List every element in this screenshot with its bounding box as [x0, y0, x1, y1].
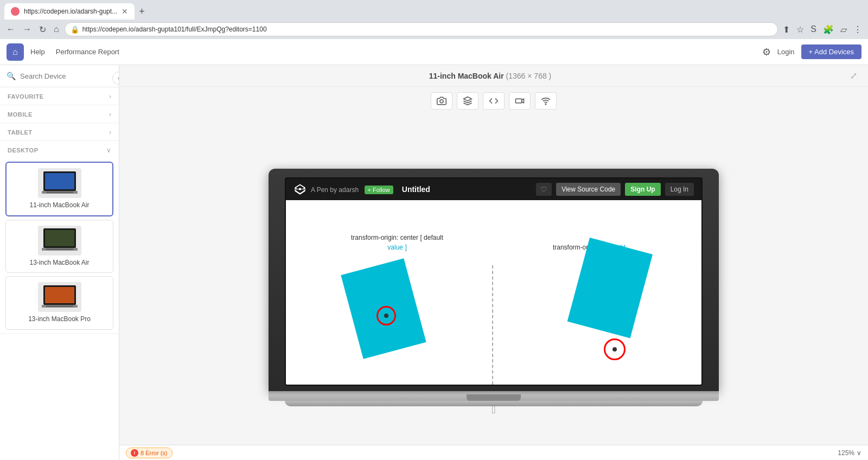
lock-icon: 🔒	[71, 25, 79, 34]
address-bar[interactable]: 🔒 https://codepen.io/adarsh-gupta101/ful…	[65, 22, 778, 36]
inner-header-right: ♡ View Source Code Sign Up Log In	[536, 183, 694, 196]
sidebar-section-tablet: TABLET ›	[0, 123, 119, 141]
inner-login-button[interactable]: Log In	[665, 183, 694, 196]
svg-rect-1	[45, 173, 74, 189]
svg-rect-9	[45, 287, 74, 303]
desktop-section-header[interactable]: DESKTOP ∨	[0, 141, 119, 158]
laptop-wrapper: A Pen by adarsh + Follow Untitled ♡ View…	[119, 115, 868, 460]
view-source-button[interactable]: View Source Code	[556, 183, 621, 196]
inner-title: Untitled	[402, 185, 430, 194]
refresh-button[interactable]: ↻	[37, 22, 48, 37]
demo-label-left: transform-origin: center [ default value…	[351, 233, 443, 252]
extension-icon[interactable]: 🧩	[821, 23, 835, 36]
laptop-screen-inner: A Pen by adarsh + Follow Untitled ♡ View…	[285, 177, 703, 386]
laptop-screen-bezel: A Pen by adarsh + Follow Untitled ♡ View…	[269, 169, 719, 391]
window-icon[interactable]: ▱	[839, 23, 848, 36]
performance-report-nav-item[interactable]: Performance Report	[56, 46, 119, 58]
svg-rect-13	[516, 99, 522, 103]
tablet-section-title: TABLET	[8, 129, 33, 136]
heart-button[interactable]: ♡	[536, 183, 552, 196]
device-thumbnail-13-pro	[38, 282, 81, 312]
sidebar-section-desktop: DESKTOP ∨ 11-inch MacBook Air	[0, 141, 119, 334]
follow-button[interactable]: + Follow	[365, 186, 393, 194]
app-header: ⌂ Help Performance Report ⚙ Login + Add …	[0, 39, 868, 65]
inner-page-header: A Pen by adarsh + Follow Untitled ♡ View…	[286, 178, 701, 200]
mobile-section-header[interactable]: MOBILE ›	[0, 105, 119, 123]
apple-logo-icon: 	[492, 404, 495, 416]
search-input[interactable]	[20, 72, 112, 80]
bottom-status-bar: ! 8 Error (s) 125% ∨	[119, 445, 868, 460]
browser-tab-active[interactable]: https://codepen.io/adarsh-gupt... ✕	[4, 3, 135, 20]
tab-favicon	[11, 7, 20, 16]
error-badge[interactable]: ! 8 Error (s)	[126, 448, 173, 458]
device-title: 11-inch MacBook Air (1366 × 768 )	[429, 72, 552, 80]
device-card-macbook-air-11[interactable]: 11-inch MacBook Air	[5, 162, 113, 216]
zoom-chevron-icon: ∨	[857, 449, 861, 457]
tablet-section-header[interactable]: TABLET ›	[0, 123, 119, 140]
picker-button[interactable]	[457, 92, 478, 110]
home-icon[interactable]: ⌂	[7, 43, 24, 61]
sidebar-section-mobile: MOBILE ›	[0, 105, 119, 123]
settings-icon[interactable]: ⚙	[762, 46, 771, 58]
menu-icon[interactable]: ⋮	[852, 23, 864, 36]
device-card-macbook-pro-13[interactable]: 13-inch MacBook Pro	[5, 276, 113, 330]
star-icon[interactable]: ☆	[795, 23, 806, 36]
browser-chrome: https://codepen.io/adarsh-gupt... ✕ + ← …	[0, 0, 868, 39]
svg-point-15	[545, 104, 546, 105]
device-label-13-air: 13-inch MacBook Air	[29, 259, 89, 267]
add-devices-button[interactable]: + Add Devices	[801, 44, 861, 59]
home-nav-button[interactable]: ⌂	[52, 22, 61, 36]
wifi-button[interactable]	[535, 92, 557, 110]
sidebar-section-favourite: FAVOURITE ›	[0, 87, 119, 105]
device-label-11: 11-inch MacBook Air	[29, 201, 89, 210]
forward-button[interactable]: →	[21, 22, 34, 36]
svg-rect-5	[45, 230, 74, 246]
screenshot-button[interactable]	[431, 92, 452, 110]
login-button[interactable]: Login	[777, 48, 795, 56]
dashed-divider	[492, 265, 493, 385]
device-controls	[431, 87, 557, 115]
laptop-outer: A Pen by adarsh + Follow Untitled ♡ View…	[269, 169, 719, 406]
favourite-chevron-icon: ›	[109, 93, 111, 100]
header-right: ⚙ Login + Add Devices	[762, 44, 861, 59]
video-button[interactable]	[509, 92, 531, 110]
app-container: ⌂ Help Performance Report ⚙ Login + Add …	[0, 39, 868, 460]
code-view-button[interactable]	[483, 92, 505, 110]
desktop-section-title: DESKTOP	[8, 147, 38, 154]
svg-rect-11	[46, 305, 73, 307]
new-tab-button[interactable]: +	[135, 6, 149, 17]
help-nav-item[interactable]: Help	[30, 46, 45, 58]
inner-logo: A Pen by adarsh + Follow Untitled	[293, 183, 430, 196]
svg-rect-7	[46, 248, 73, 250]
search-icon: 🔍	[7, 72, 16, 80]
device-card-macbook-air-13[interactable]: 13-inch MacBook Air	[5, 220, 113, 273]
desktop-chevron-icon: ∨	[106, 146, 111, 154]
url-text: https://codepen.io/adarsh-gupta101/full/…	[82, 25, 773, 33]
tab-close-button[interactable]: ✕	[122, 7, 128, 16]
fullscreen-icon[interactable]: ⤢	[850, 71, 857, 81]
mobile-section-title: MOBILE	[8, 111, 33, 118]
device-dims: (1366 × 768 )	[506, 72, 552, 80]
error-icon: !	[131, 449, 138, 457]
account-icon[interactable]: S	[809, 23, 818, 36]
inner-pen-info: A Pen by adarsh + Follow	[311, 184, 393, 194]
error-text: 8 Error (s)	[141, 450, 168, 456]
share-icon[interactable]: ⬆	[781, 23, 792, 36]
sidebar: ‹ 🔍 FAVOURITE › MOBILE ›	[0, 65, 119, 460]
tab-title: https://codepen.io/adarsh-gupt...	[24, 8, 117, 15]
svg-rect-3	[46, 191, 73, 193]
search-container: 🔍	[0, 65, 119, 87]
device-title-bar: 11-inch MacBook Air (1366 × 768 ) ⤢	[119, 65, 868, 87]
browser-nav-bar: ← → ↻ ⌂ 🔒 https://codepen.io/adarsh-gupt…	[0, 20, 868, 39]
red-circle-right	[604, 338, 626, 360]
svg-point-12	[440, 100, 443, 103]
back-button[interactable]: ←	[4, 22, 17, 36]
codepen-icon	[293, 183, 307, 196]
blue-rect-right	[567, 238, 653, 338]
zoom-indicator: 125% ∨	[838, 449, 861, 457]
red-circle-left	[376, 306, 396, 325]
mobile-chevron-icon: ›	[109, 111, 111, 118]
signup-button[interactable]: Sign Up	[625, 183, 660, 196]
device-thumbnail-11	[38, 168, 81, 198]
favourite-section-header[interactable]: FAVOURITE ›	[0, 87, 119, 105]
